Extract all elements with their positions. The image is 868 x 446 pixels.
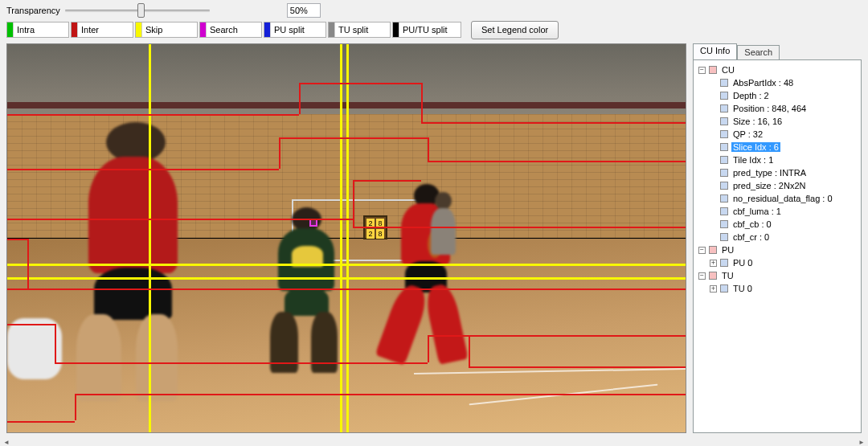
tree-item[interactable]: QP : 32 — [731, 129, 764, 139]
legend-label: Intra — [14, 25, 38, 35]
tree-item[interactable]: TU 0 — [731, 284, 754, 293]
legend-putu-split[interactable]: PU/TU split — [392, 22, 461, 38]
tree-item[interactable]: pred_type : INTRA — [731, 168, 808, 178]
legend-color-swatch — [7, 23, 14, 37]
skip-line — [149, 44, 151, 432]
tree-item[interactable]: cbf_cr : 0 — [731, 232, 771, 242]
info-panel: CU Info Search −CU AbsPartIdx : 48 Depth… — [693, 43, 862, 433]
horizontal-scrollbar[interactable]: ◄ ► — [0, 438, 868, 446]
legend-tu-split[interactable]: TU split — [328, 22, 391, 38]
expander-icon[interactable]: − — [698, 247, 706, 254]
tree-item[interactable]: Position : 848, 464 — [731, 104, 808, 113]
expander-icon[interactable]: − — [698, 67, 706, 74]
legend-inter[interactable]: Inter — [71, 22, 133, 38]
tab-search[interactable]: Search — [737, 45, 780, 59]
scroll-right-icon[interactable]: ► — [855, 438, 868, 446]
tab-cu-info[interactable]: CU Info — [693, 43, 737, 59]
tree-item[interactable]: Tile Idx : 1 — [731, 155, 775, 165]
expander-icon[interactable]: + — [710, 285, 717, 293]
tree-item[interactable]: cbf_luma : 1 — [731, 207, 783, 216]
tree-item[interactable]: AbsPartIdx : 48 — [731, 78, 795, 88]
transparency-label: Transparency — [6, 6, 60, 15]
inter-line — [7, 114, 299, 116]
tree-tu[interactable]: TU — [720, 271, 735, 280]
tree-item[interactable]: PU 0 — [731, 258, 754, 268]
set-legend-color-button[interactable]: Set Legend color — [471, 21, 559, 39]
node-icon — [709, 66, 717, 74]
transparency-slider[interactable] — [65, 4, 210, 17]
tree-cu[interactable]: CU — [720, 65, 736, 75]
tree-pu[interactable]: PU — [720, 245, 735, 255]
legend-search[interactable]: Search — [199, 22, 262, 38]
tree-item[interactable]: Depth : 2 — [731, 91, 771, 100]
scroll-left-icon[interactable]: ◄ — [0, 438, 13, 446]
tree-item[interactable]: pred_size : 2Nx2N — [731, 181, 808, 190]
transparency-input[interactable] — [287, 3, 321, 18]
expander-icon[interactable]: − — [698, 272, 706, 280]
video-canvas[interactable]: 2 8 2 8 — [6, 43, 686, 433]
tree-item[interactable]: cbf_cb : 0 — [731, 219, 773, 229]
tree-item[interactable]: no_residual_data_flag : 0 — [731, 194, 834, 203]
legend-intra[interactable]: Intra — [6, 22, 69, 38]
cu-info-tree[interactable]: −CU AbsPartIdx : 48 Depth : 2 Position :… — [693, 59, 862, 433]
skip-line — [340, 44, 342, 432]
legend-skip[interactable]: Skip — [135, 22, 198, 38]
tree-item[interactable]: Size : 16, 16 — [731, 117, 784, 126]
skip-line — [346, 44, 349, 432]
legend-pu-split[interactable]: PU split — [264, 22, 326, 38]
skip-line — [7, 277, 686, 280]
skip-line — [7, 264, 686, 266]
tree-item-selected[interactable]: Slice Idx : 6 — [731, 142, 780, 152]
expander-icon[interactable]: + — [710, 260, 717, 267]
